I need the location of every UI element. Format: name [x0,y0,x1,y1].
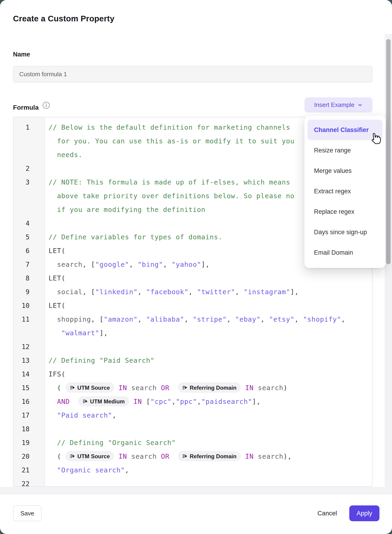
field-token-chip[interactable]: UTM Source [65,383,114,393]
line-number: 15 [14,381,44,395]
field-token-chip[interactable]: Referring Domain [178,383,241,393]
code-row: ( UTM Source IN search OR Referring Doma… [44,381,372,395]
modal-title: Create a Custom Property [13,14,114,23]
code-line: 14IFS( [14,367,372,381]
line-number: 8 [14,271,44,285]
cancel-button[interactable]: Cancel [312,506,342,521]
name-input[interactable] [13,66,373,82]
info-icon[interactable] [42,101,50,109]
line-number: 21 [14,463,44,477]
code-row: "Organic search", [44,463,372,477]
code-row: social, ["linkedin", "facebook", "twitte… [44,285,372,299]
line-number: 17 [14,409,44,422]
code-line: 11 shopping, ["amazon", "alibaba", "stri… [14,312,372,340]
formula-label: Formula [13,104,38,111]
code-row: "Paid search", [44,409,372,422]
code-row [44,422,372,436]
code-line: 17 "Paid search", [14,409,372,422]
menu-item-email-domain[interactable]: Email Domain [308,242,383,263]
field-token-icon [83,399,88,404]
field-token-label: Referring Domain [190,381,236,395]
code-row: ( UTM Source IN search OR Referring Doma… [44,450,372,463]
line-number: 12 [14,340,44,354]
vertical-scrollbar-thumb[interactable] [386,39,391,264]
field-token-chip[interactable]: UTM Medium [78,396,129,406]
code-row: "walmart"], [44,326,372,340]
line-number: 13 [14,354,44,367]
horizontal-scroll-gutter [0,487,392,494]
code-line: 18 [14,422,372,436]
menu-item-merge-values[interactable]: Merge values [308,161,383,181]
field-token-icon [182,385,187,390]
save-button[interactable]: Save [13,506,42,521]
line-number: 20 [14,450,44,463]
code-row: LET( [44,271,372,285]
apply-button[interactable]: Apply [349,506,379,521]
line-number: 22 [14,477,44,487]
menu-item-days-since-sign-up[interactable]: Days since sign-up [308,222,383,242]
insert-example-button[interactable]: Insert Example [304,97,373,113]
line-number: 7 [14,258,44,271]
field-token-label: Referring Domain [190,449,236,463]
code-row: shopping, ["amazon", "alibaba", "stripe"… [44,312,372,326]
code-line: 22 [14,477,372,487]
line-number: 2 [14,162,44,175]
code-row [44,477,372,487]
field-token-icon [70,385,75,390]
field-token-icon [70,454,75,459]
hand-cursor-icon [370,132,381,146]
code-line: 12 [14,340,372,354]
menu-item-replace-regex[interactable]: Replace regex [308,202,383,222]
code-row [44,340,372,354]
line-number: 1 [14,121,44,162]
code-row: // Defining "Organic Search" [44,436,372,450]
name-label: Name [13,51,30,58]
code-line: 8LET( [14,271,372,285]
field-token-label: UTM Source [77,449,110,463]
line-number: 6 [14,244,44,258]
code-row: AND UTM Medium IN ["cpc","ppc","paidsear… [44,395,372,409]
code-line: 16 AND UTM Medium IN ["cpc","ppc","paids… [14,395,372,409]
code-row: // Defining "Paid Search" [44,354,372,367]
code-line: 13// Defining "Paid Search" [14,354,372,367]
line-number: 11 [14,312,44,340]
create-custom-property-modal: Create a Custom Property Name Formula In… [0,0,392,534]
field-token-chip[interactable]: UTM Source [65,451,114,461]
code-row: LET( [44,299,372,312]
code-line: 19 // Defining "Organic Search" [14,436,372,450]
code-line: 21 "Organic search", [14,463,372,477]
line-number: 16 [14,395,44,409]
line-number: 19 [14,436,44,450]
chevron-down-icon [357,102,363,108]
field-token-icon [182,454,187,459]
line-number: 10 [14,299,44,312]
menu-item-extract-regex[interactable]: Extract regex [308,181,383,202]
field-token-chip[interactable]: Referring Domain [178,451,241,461]
line-number: 9 [14,285,44,299]
insert-example-label: Insert Example [314,101,354,109]
vertical-scrollbar-track[interactable] [385,34,392,487]
code-line: 15 ( UTM Source IN search OR Referring D… [14,381,372,395]
line-number: 14 [14,367,44,381]
code-row: IFS( [44,367,372,381]
line-number: 3 [14,175,44,217]
line-number: 18 [14,422,44,436]
field-token-label: UTM Medium [90,395,125,408]
code-line: 20 ( UTM Source IN search OR Referring D… [14,450,372,463]
field-token-label: UTM Source [77,381,110,395]
code-line: 10LET( [14,299,372,312]
code-line: 9 social, ["linkedin", "facebook", "twit… [14,285,372,299]
line-number: 4 [14,217,44,230]
line-number: 5 [14,230,44,244]
